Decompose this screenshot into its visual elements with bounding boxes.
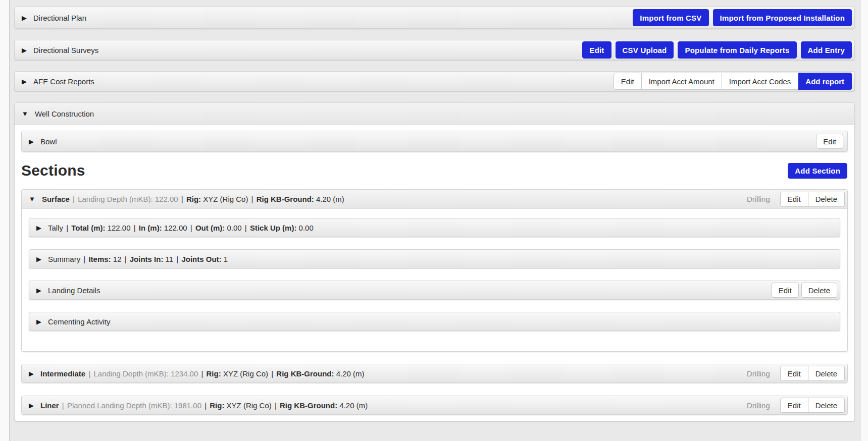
edit-button[interactable]: Edit [582, 41, 611, 59]
subpanel-name: Cementing Activity [48, 317, 110, 326]
sections-heading: Sections [21, 162, 85, 179]
accordion-landing-details[interactable]: ▶ Landing Details Edit Delete [29, 281, 840, 300]
delete-button[interactable]: Delete [808, 192, 845, 207]
landing-depth-label: Landing Depth (mKB): [93, 369, 168, 378]
import-from-csv-button[interactable]: Import from CSV [633, 9, 708, 26]
tally-summary-text: Tally | Total (m): 122.00 | In (m): 122.… [48, 224, 314, 232]
caret-right-icon: ▶ [22, 15, 27, 21]
edit-button[interactable]: Edit [772, 283, 799, 298]
section-title-text: Intermediate | Landing Depth (mKB): 1234… [40, 369, 364, 378]
caret-right-icon: ▶ [22, 78, 27, 85]
accordion-section-intermediate[interactable]: ▶ Intermediate | Landing Depth (mKB): 12… [21, 364, 848, 383]
caret-right-icon: ▶ [36, 287, 41, 294]
caret-right-icon: ▶ [36, 225, 41, 231]
edit-button[interactable]: Edit [780, 366, 808, 381]
rig-kb-ground-value: 4.20 (m) [336, 369, 365, 378]
right-scroll-gutter[interactable] [860, 0, 868, 441]
edit-button[interactable]: Edit [780, 192, 808, 207]
populate-from-daily-reports-button[interactable]: Populate from Daily Reports [678, 41, 796, 59]
well-construction-body: ▶ Bowl Edit Sections Add Section ▼ Surfa… [15, 125, 854, 421]
rig-value: XYZ (Rig Co) [223, 369, 268, 378]
caret-right-icon: ▶ [29, 370, 34, 377]
main-content: ▶ Directional Plan Import from CSV Impor… [14, 0, 855, 421]
add-section-button[interactable]: Add Section [788, 163, 847, 179]
panel-title: Well Construction [35, 109, 94, 118]
rig-kb-ground-value: 4.20 (m) [316, 195, 344, 203]
caret-down-icon: ▼ [22, 111, 28, 117]
caret-right-icon: ▶ [29, 402, 34, 409]
caret-right-icon: ▶ [36, 256, 41, 262]
rig-value: XYZ (Rig Co) [227, 401, 272, 410]
import-acct-amount-button[interactable]: Import Acct Amount [642, 73, 722, 90]
subpanel-name: Summary [48, 255, 80, 263]
accordion-directional-plan[interactable]: ▶ Directional Plan Import from CSV Impor… [14, 7, 855, 29]
accordion-title: Directional Plan [33, 14, 86, 22]
well-construction-panel: ▼ Well Construction ▶ Bowl Edit Sections… [14, 102, 855, 421]
add-entry-button[interactable]: Add Entry [801, 41, 852, 59]
rig-label: Rig: [210, 401, 224, 410]
caret-right-icon: ▶ [36, 318, 41, 325]
accordion-section-liner[interactable]: ▶ Liner | Planned Landing Depth (mKB): 1… [21, 396, 848, 415]
accordion-cementing-activity[interactable]: ▶ Cementing Activity [29, 312, 840, 331]
status-badge: Drilling [747, 195, 770, 203]
delete-button[interactable]: Delete [808, 398, 845, 413]
section-name: Surface [42, 195, 70, 203]
accordion-title: Bowl [40, 137, 57, 146]
section-title-text: Surface | Landing Depth (mKB): 122.00 | … [42, 195, 344, 203]
rig-label: Rig: [207, 369, 221, 378]
rig-kb-ground-label: Rig KB-Ground: [257, 195, 314, 203]
status-badge: Drilling [747, 369, 770, 378]
subpanel-name: Landing Details [48, 286, 100, 295]
landing-depth-label: Landing Depth (mKB): [78, 195, 152, 203]
left-page-gutter [0, 0, 10, 441]
delete-button[interactable]: Delete [801, 283, 837, 298]
add-report-button[interactable]: Add report [798, 73, 852, 90]
summary-text: Summary | Items: 12 | Joints In: 11 | Jo… [48, 255, 228, 263]
edit-button[interactable]: Edit [614, 73, 642, 90]
landing-depth-value: 1981.00 [174, 401, 201, 410]
section-title-text: Liner | Planned Landing Depth (mKB): 198… [40, 401, 368, 410]
section-actions-group: Edit Delete [780, 366, 845, 381]
accordion-section-surface[interactable]: ▼ Surface | Landing Depth (mKB): 122.00 … [22, 190, 847, 209]
section-surface-body: ▶ Tally | Total (m): 122.00 | In (m): 12… [22, 209, 847, 351]
subpanel-name: Tally [48, 224, 63, 232]
caret-right-icon: ▶ [29, 138, 34, 145]
edit-button[interactable]: Edit [780, 398, 808, 413]
delete-button[interactable]: Delete [808, 366, 845, 381]
csv-upload-button[interactable]: CSV Upload [616, 41, 674, 59]
landing-depth-value: 1234.00 [171, 369, 198, 378]
caret-down-icon: ▼ [29, 196, 35, 202]
section-name: Intermediate [40, 369, 85, 378]
accordion-directional-surveys[interactable]: ▶ Directional Surveys Edit CSV Upload Po… [14, 40, 855, 60]
accordion-well-construction[interactable]: ▼ Well Construction [15, 103, 854, 125]
afe-button-group: Edit Import Acct Amount Import Acct Code… [614, 73, 852, 90]
rig-kb-ground-value: 4.20 (m) [339, 401, 368, 410]
rig-kb-ground-label: Rig KB-Ground: [280, 401, 337, 410]
section-actions-group: Edit Delete [780, 192, 845, 207]
accordion-title: AFE Cost Reports [33, 77, 94, 86]
accordion-title: Directional Surveys [33, 46, 98, 54]
import-from-proposed-installation-button[interactable]: Import from Proposed Installation [713, 9, 852, 26]
sections-heading-row: Sections Add Section [21, 162, 847, 179]
import-acct-codes-button[interactable]: Import Acct Codes [722, 73, 799, 90]
edit-button[interactable]: Edit [816, 134, 843, 149]
landing-depth-label: Planned Landing Depth (mKB): [67, 401, 172, 410]
rig-kb-ground-label: Rig KB-Ground: [276, 369, 334, 378]
section-surface: ▼ Surface | Landing Depth (mKB): 122.00 … [21, 189, 848, 352]
accordion-afe-cost-reports[interactable]: ▶ AFE Cost Reports Edit Import Acct Amou… [14, 71, 855, 91]
accordion-summary[interactable]: ▶ Summary | Items: 12 | Joints In: 11 | … [29, 249, 840, 268]
accordion-bowl[interactable]: ▶ Bowl Edit [21, 131, 848, 152]
section-actions-group: Edit Delete [780, 398, 845, 413]
landing-depth-value: 122.00 [155, 195, 178, 203]
section-name: Liner [40, 401, 59, 410]
rig-value: XYZ (Rig Co) [203, 195, 248, 203]
rig-label: Rig: [186, 195, 201, 203]
accordion-tally[interactable]: ▶ Tally | Total (m): 122.00 | In (m): 12… [29, 218, 840, 237]
caret-right-icon: ▶ [22, 47, 27, 53]
status-badge: Drilling [747, 401, 770, 410]
